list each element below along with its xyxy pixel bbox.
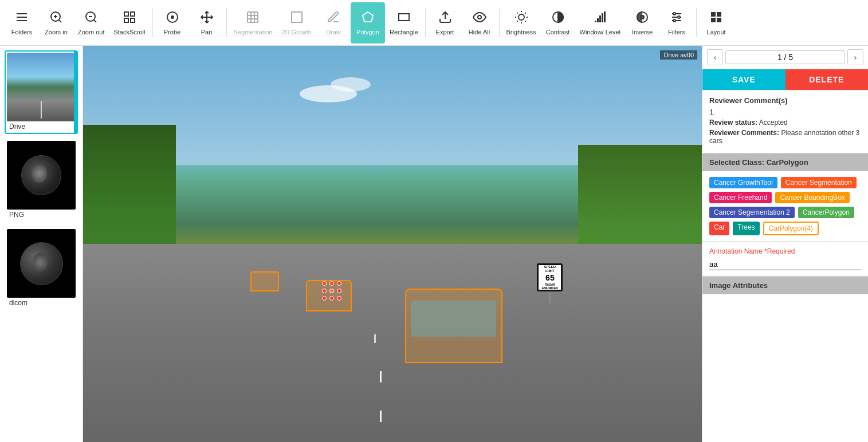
tag-cancer-freehand[interactable]: Cancer Freehand: [709, 192, 772, 203]
sidebar-item-dicom[interactable]: dicom: [5, 227, 78, 310]
tool-pan-label: Pan: [201, 29, 213, 35]
svg-point-58: [673, 19, 675, 22]
separator-5: [696, 9, 697, 37]
svg-rect-33: [399, 14, 409, 21]
tool-zoom-out[interactable]: Zoom out: [73, 2, 109, 44]
tool-draw[interactable]: Draw: [316, 2, 351, 44]
svg-line-43: [517, 21, 517, 21]
svg-rect-49: [602, 13, 603, 22]
tool-probe[interactable]: Probe: [155, 2, 190, 44]
annotation-name-input[interactable]: [709, 259, 861, 270]
tool-2d-growth[interactable]: 2D Growth: [277, 2, 316, 44]
tool-rectangle-label: Rectangle: [390, 29, 418, 35]
svg-rect-48: [599, 15, 601, 22]
svg-line-8: [94, 19, 96, 22]
tool-brightness[interactable]: Brightness: [502, 2, 541, 44]
sign-board: SPEED LIMIT 65 RADAR ENFORCED: [537, 263, 563, 291]
annotation-section: Annotation Name *Required: [702, 242, 868, 277]
tool-stack-scroll[interactable]: StackScroll: [109, 2, 150, 44]
separator-2: [226, 9, 227, 37]
separator-4: [499, 9, 500, 37]
tag-carpolygon4[interactable]: CarPolygon(4): [763, 222, 819, 235]
svg-point-56: [673, 13, 675, 15]
tool-pan[interactable]: Pan: [190, 2, 224, 44]
tool-segmentation[interactable]: Segmentation: [229, 2, 277, 44]
svg-marker-32: [363, 12, 373, 22]
sidebar-item-png[interactable]: PNG: [5, 139, 78, 222]
sidebar-item-drive[interactable]: Drive: [5, 50, 78, 134]
sidebar-png-label: PNG: [7, 210, 76, 220]
2d-growth-icon: [290, 10, 304, 26]
brightness-icon: [514, 10, 528, 26]
tool-polygon-label: Polygon: [356, 29, 379, 35]
nav-next-button[interactable]: ›: [847, 49, 863, 65]
window-level-icon: [593, 10, 607, 26]
svg-line-4: [59, 19, 61, 22]
save-button[interactable]: SAVE: [702, 69, 785, 90]
tag-trees[interactable]: Trees: [733, 222, 759, 235]
tool-filters[interactable]: Filters: [659, 2, 694, 44]
svg-rect-60: [717, 12, 721, 17]
tool-zoom-in[interactable]: Zoom in: [39, 2, 73, 44]
sign-post: [549, 293, 551, 303]
tag-cancer-growthtool[interactable]: Cancer GrowthTool: [709, 177, 777, 188]
tool-rectangle[interactable]: Rectangle: [385, 2, 423, 44]
tool-contrast[interactable]: Contrast: [541, 2, 575, 44]
svg-rect-11: [131, 12, 135, 16]
reviewer-comments-label: Reviewer Comments:: [709, 129, 779, 137]
layout-icon: [709, 10, 723, 26]
tool-window-level[interactable]: Window/ Level: [575, 2, 626, 44]
main-area: Drive PNG dicom: [0, 46, 868, 442]
inverse-icon: [635, 10, 649, 26]
tool-hide-all[interactable]: Hide All: [462, 2, 497, 44]
polygon-icon: [361, 10, 375, 26]
tool-draw-label: Draw: [326, 29, 341, 35]
tool-hide-all-label: Hide All: [469, 29, 490, 35]
png-thumbnail: [7, 141, 76, 210]
svg-rect-61: [711, 18, 716, 22]
tool-folders-label: Folders: [11, 29, 33, 35]
dicom-thumbnail: [7, 229, 76, 298]
nav-counter: 1 / 5: [725, 50, 845, 64]
tool-layout[interactable]: Layout: [699, 2, 733, 44]
image-info: Drive av00: [660, 50, 697, 60]
export-icon: [438, 10, 452, 26]
tag-cancerpolygon[interactable]: CancerPolygon: [798, 207, 854, 218]
tool-stack-scroll-label: StackScroll: [113, 29, 145, 35]
tool-window-level-label: Window/ Level: [580, 29, 621, 35]
sidebar-dicom-label: dicom: [7, 298, 76, 308]
svg-rect-59: [711, 12, 716, 17]
action-buttons: SAVE DELETE: [702, 69, 868, 90]
svg-line-39: [517, 13, 517, 13]
svg-rect-46: [595, 21, 596, 22]
tag-cancer-boundingbox[interactable]: Cancer BoundingBox: [775, 192, 849, 203]
zoom-out-icon: [84, 10, 98, 26]
class-tags: Cancer GrowthTool Cancer Segmentation Ca…: [702, 171, 868, 242]
car-polygon-small: [250, 271, 279, 291]
tag-car[interactable]: Car: [709, 222, 729, 235]
tool-polygon[interactable]: Polygon: [351, 2, 385, 44]
right-panel: ‹ 1 / 5 › SAVE DELETE Reviewer Comment(s…: [702, 46, 868, 442]
reviewer-comments: Reviewer Comments: Please annotation oth…: [709, 129, 861, 145]
separator-3: [425, 9, 426, 37]
probe-icon: [166, 10, 179, 26]
svg-point-35: [478, 15, 481, 19]
tool-folders[interactable]: Folders: [5, 2, 39, 44]
tool-filters-label: Filters: [668, 29, 685, 35]
tool-probe-label: Probe: [164, 29, 180, 35]
tool-inverse[interactable]: Inverse: [625, 2, 659, 44]
svg-rect-10: [124, 12, 128, 16]
svg-rect-50: [604, 11, 606, 22]
annotation-name-label: Annotation Name *Required: [709, 247, 861, 255]
nav-prev-button[interactable]: ‹: [707, 49, 723, 65]
toolbar: Folders Zoom in Zoom out StackScroll: [0, 0, 868, 46]
tool-export-label: Export: [436, 29, 454, 35]
canvas-area[interactable]: SPEED LIMIT 65 RADAR ENFORCED Drive av00: [83, 46, 702, 442]
tag-cancer-segmentation[interactable]: Cancer Segmentation: [781, 177, 857, 188]
tag-cancer-segementation2[interactable]: Cancer Segementation 2: [709, 207, 795, 218]
hide-all-icon: [473, 10, 486, 26]
pan-icon: [200, 10, 214, 26]
svg-rect-12: [124, 18, 128, 22]
delete-button[interactable]: DELETE: [785, 69, 869, 90]
tool-export[interactable]: Export: [428, 2, 462, 44]
